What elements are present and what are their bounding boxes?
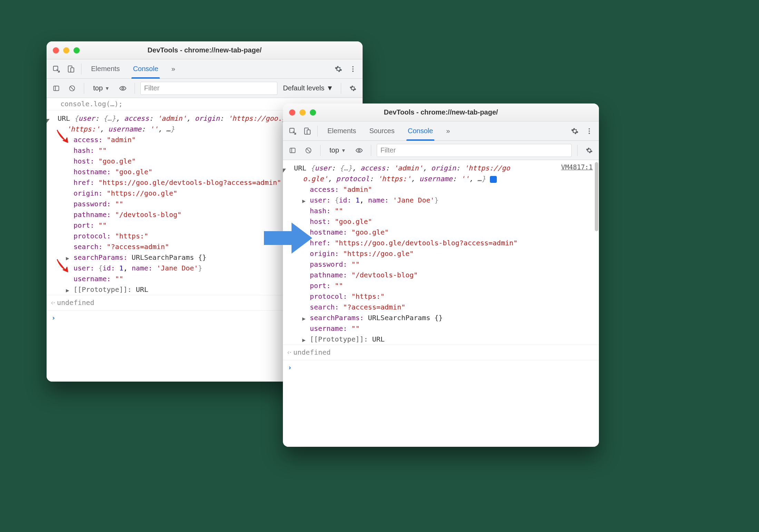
zoom-icon[interactable]	[310, 109, 316, 116]
console-output[interactable]: VM4817:1 ▼ URL {user: {…}, access: 'admi…	[283, 160, 599, 447]
filter-input[interactable]: Filter	[377, 144, 572, 157]
divider	[84, 83, 84, 94]
window-title: DevTools - chrome://new-tab-page/	[283, 108, 599, 116]
clear-console-icon[interactable]	[66, 82, 78, 95]
context-selector[interactable]: top ▼	[326, 146, 349, 154]
prop-hostname[interactable]: hostname: "goo.gle"	[310, 227, 599, 238]
filter-placeholder: Filter	[381, 146, 396, 154]
svg-rect-11	[307, 130, 310, 134]
close-icon[interactable]	[289, 109, 295, 116]
svg-point-12	[589, 128, 590, 129]
sidebar-toggle-icon[interactable]	[50, 82, 62, 95]
console-toolbar: top ▼ Filter	[283, 141, 599, 160]
log-levels-selector[interactable]: Default levels ▼	[281, 84, 335, 92]
inspect-icon[interactable]	[286, 125, 299, 137]
device-toggle-icon[interactable]	[65, 63, 77, 75]
chevron-down-icon: ▼	[326, 84, 333, 92]
devtools-tabbar: Elements Console »	[47, 59, 363, 79]
svg-point-8	[122, 87, 124, 89]
tab-sources[interactable]: Sources	[364, 121, 400, 141]
divider	[135, 83, 135, 94]
prop-search[interactable]: search: "?access=admin"	[310, 302, 599, 313]
svg-rect-2	[71, 68, 74, 72]
svg-point-17	[358, 149, 360, 151]
prop-href[interactable]: href: "https://goo.gle/devtools-blog?acc…	[310, 238, 599, 248]
console-prompt[interactable]: ›	[283, 360, 599, 375]
filter-placeholder: Filter	[144, 84, 159, 92]
divider	[577, 145, 578, 156]
object-summary[interactable]: ▼ URL {user: {…}, access: 'admin', origi…	[283, 163, 599, 184]
minimize-icon[interactable]	[63, 47, 69, 53]
svg-rect-15	[290, 148, 295, 152]
prop-username[interactable]: username: ""	[310, 323, 599, 334]
disclosure-triangle-icon[interactable]: ▶	[302, 197, 306, 206]
object-properties: access: "admin" ▶user: {id: 1, name: 'Ja…	[283, 184, 599, 345]
levels-label: Default levels	[283, 84, 324, 92]
prop-origin[interactable]: origin: "https://goo.gle"	[310, 248, 599, 259]
filter-input[interactable]: Filter	[140, 82, 277, 95]
disclosure-triangle-icon[interactable]: ▶	[302, 315, 306, 323]
devtools-tabbar: Elements Sources Console »	[283, 121, 599, 141]
divider	[320, 145, 321, 156]
kebab-menu-icon[interactable]	[347, 63, 359, 75]
window-title: DevTools - chrome://new-tab-page/	[47, 46, 363, 54]
divider	[341, 83, 341, 94]
sidebar-toggle-icon[interactable]	[286, 144, 299, 157]
info-badge-icon[interactable]: i	[490, 176, 497, 183]
live-expression-icon[interactable]	[353, 144, 365, 157]
devtools-window-after: DevTools - chrome://new-tab-page/ Elemen…	[283, 104, 599, 447]
prop-user[interactable]: ▶user: {id: 1, name: 'Jane Doe'}	[310, 195, 599, 206]
close-icon[interactable]	[53, 47, 59, 53]
tab-console[interactable]: Console	[402, 121, 438, 141]
svg-point-3	[352, 66, 354, 67]
titlebar[interactable]: DevTools - chrome://new-tab-page/	[47, 41, 363, 59]
tab-elements[interactable]: Elements	[322, 121, 362, 141]
traffic-lights	[289, 109, 316, 116]
prop-access[interactable]: access: "admin"	[310, 184, 599, 195]
return-undefined: undefined	[283, 345, 599, 360]
titlebar[interactable]: DevTools - chrome://new-tab-page/	[283, 104, 599, 121]
disclosure-triangle-icon[interactable]: ▶	[302, 336, 306, 345]
transition-arrow-icon	[264, 217, 312, 259]
clear-console-icon[interactable]	[302, 144, 315, 157]
console-settings-gear-icon[interactable]	[583, 144, 595, 157]
divider	[81, 63, 81, 75]
chevron-down-icon: ▼	[105, 86, 110, 91]
prop-host[interactable]: host: "goo.gle"	[310, 216, 599, 227]
svg-point-13	[589, 130, 590, 132]
traffic-lights	[53, 47, 80, 53]
tabs-overflow[interactable]: »	[166, 59, 181, 79]
tab-console[interactable]: Console	[127, 59, 164, 79]
console-toolbar: top ▼ Filter Default levels ▼	[47, 79, 363, 98]
tabs-overflow[interactable]: »	[441, 121, 455, 141]
device-toggle-icon[interactable]	[301, 125, 313, 137]
console-settings-gear-icon[interactable]	[347, 82, 359, 95]
prop-port[interactable]: port: ""	[310, 280, 599, 291]
prop-hash[interactable]: hash: ""	[310, 206, 599, 216]
chevron-down-icon: ▼	[341, 148, 346, 153]
disclosure-triangle-icon[interactable]: ▶	[66, 254, 69, 263]
zoom-icon[interactable]	[73, 47, 80, 53]
svg-point-5	[352, 70, 354, 72]
context-label: top	[329, 146, 339, 154]
disclosure-triangle-icon[interactable]: ▶	[66, 286, 69, 295]
svg-point-14	[589, 132, 590, 134]
settings-gear-icon[interactable]	[332, 63, 345, 75]
minimize-icon[interactable]	[299, 109, 306, 116]
prop-protocol[interactable]: protocol: "https:"	[310, 291, 599, 302]
divider	[317, 126, 318, 137]
context-selector[interactable]: top ▼	[90, 84, 113, 92]
prop-prototype[interactable]: ▶[[Prototype]]: URL	[310, 334, 599, 345]
tab-elements[interactable]: Elements	[86, 59, 125, 79]
svg-rect-6	[54, 86, 59, 90]
prop-password[interactable]: password: ""	[310, 259, 599, 270]
divider	[371, 145, 371, 156]
prop-searchparams[interactable]: ▶searchParams: URLSearchParams {}	[310, 313, 599, 323]
inspect-icon[interactable]	[50, 63, 62, 75]
context-label: top	[93, 84, 103, 92]
prop-pathname[interactable]: pathname: "/devtools-blog"	[310, 270, 599, 280]
kebab-menu-icon[interactable]	[583, 125, 595, 137]
svg-point-4	[352, 68, 354, 70]
settings-gear-icon[interactable]	[569, 125, 581, 137]
live-expression-icon[interactable]	[117, 82, 129, 95]
